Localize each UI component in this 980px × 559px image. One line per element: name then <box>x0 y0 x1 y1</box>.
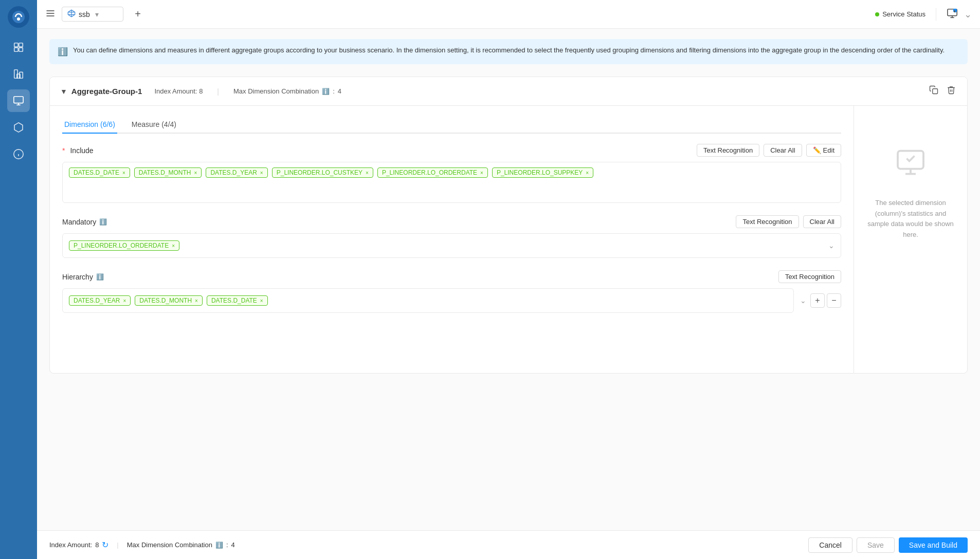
app-logo[interactable] <box>8 6 29 28</box>
tag-hierarchy-d-year[interactable]: DATES.D_YEAR × <box>69 295 131 306</box>
tab-measure[interactable]: Measure (4/4) <box>130 116 178 134</box>
project-selector[interactable]: ssb ▾ <box>62 7 123 22</box>
hierarchy-text-recognition-button[interactable]: Text Recognition <box>778 270 841 283</box>
topbar: ssb ▾ + Service Status ● ⌄ <box>37 0 980 29</box>
tag-close-p-lineorder-lo-suppkey[interactable]: × <box>586 170 589 176</box>
mandatory-section-header: Mandatory ℹ️ Text Recognition Clear All <box>62 215 841 228</box>
tag-close-mandatory-lo-orderdate[interactable]: × <box>172 243 175 249</box>
agg-name: Aggregate-Group-1 <box>71 87 142 96</box>
tag-hierarchy-d-date[interactable]: DATES.D_DATE × <box>207 295 268 306</box>
agg-copy-button[interactable] <box>928 84 939 98</box>
footer-max-dim-info-icon[interactable]: ℹ️ <box>215 542 223 549</box>
tag-mandatory-lo-orderdate[interactable]: P_LINEORDER.LO_ORDERDATE × <box>69 240 179 251</box>
svg-marker-12 <box>14 123 23 132</box>
include-tag-container: DATES.D_DATE × DATES.D_MONTH × DATES.D_Y… <box>62 162 841 203</box>
agg-toggle-icon[interactable]: ▼ <box>60 87 67 96</box>
topbar-divider <box>936 8 936 21</box>
mandatory-info-icon[interactable]: ℹ️ <box>99 218 107 226</box>
svg-rect-4 <box>14 48 18 51</box>
agg-card-header: ▼ Aggregate-Group-1 Index Amount: 8 | Ma… <box>50 77 967 106</box>
footer-refresh-icon[interactable]: ↻ <box>102 540 108 550</box>
agg-card-main: Dimension (6/6) Measure (4/4) * <box>50 106 854 373</box>
service-status-label: Service Status <box>882 10 925 18</box>
svg-point-1 <box>17 17 20 21</box>
svg-rect-9 <box>14 97 23 103</box>
mandatory-clear-all-button[interactable]: Clear All <box>803 215 841 228</box>
add-button[interactable]: + <box>130 6 146 23</box>
main-area: ssb ▾ + Service Status ● ⌄ ℹ️ You can de… <box>37 0 980 559</box>
include-section-header: * Include Text Recognition Clear All ✏️ … <box>62 144 841 157</box>
sidebar-item-info[interactable] <box>7 143 30 165</box>
topbar-expand-icon[interactable]: ⌄ <box>964 9 972 20</box>
tag-close-dates-d-year[interactable]: × <box>260 170 263 176</box>
info-banner-text: You can define dimensions and measures i… <box>73 45 945 55</box>
svg-rect-2 <box>14 43 18 47</box>
cancel-button[interactable]: Cancel <box>808 537 852 553</box>
monitor-icon[interactable]: ● <box>947 8 958 21</box>
sidebar-item-analytics[interactable] <box>7 63 30 85</box>
tag-p-lineorder-lo-suppkey[interactable]: P_LINEORDER.LO_SUPPKEY × <box>492 167 593 178</box>
footer-index-amount: Index Amount: 8 ↻ <box>49 540 108 550</box>
hierarchy-collapse-icon[interactable]: ⌄ <box>800 296 806 305</box>
tag-dates-d-year[interactable]: DATES.D_YEAR × <box>206 167 267 178</box>
footer-actions: Cancel Save Save and Build <box>808 537 968 553</box>
tag-close-dates-d-date[interactable]: × <box>122 170 125 176</box>
mandatory-label: Mandatory ℹ️ <box>62 218 107 226</box>
svg-rect-3 <box>19 43 23 47</box>
side-panel-text: The selected dimension (column)'s statis… <box>864 198 957 240</box>
hierarchy-tags-container: DATES.D_YEAR × DATES.D_MONTH × DATES.D_D… <box>62 288 794 313</box>
project-name: ssb <box>79 10 90 18</box>
save-and-build-button[interactable]: Save and Build <box>899 537 968 553</box>
agg-card-body: Dimension (6/6) Measure (4/4) * <box>50 106 967 373</box>
mandatory-container: P_LINEORDER.LO_ORDERDATE × ⌄ <box>62 233 841 258</box>
sidebar-item-monitor[interactable] <box>7 89 30 112</box>
hierarchy-row: DATES.D_YEAR × DATES.D_MONTH × DATES.D_D… <box>62 288 841 313</box>
agg-max-dim: Max Dimension Combination ℹ️ : 4 <box>233 87 341 95</box>
content-area: ℹ️ You can define dimensions and measure… <box>37 29 980 530</box>
agg-delete-button[interactable] <box>946 84 957 98</box>
sidebar <box>0 0 37 559</box>
info-banner-icon: ℹ️ <box>58 46 68 58</box>
tag-close-hierarchy-d-year[interactable]: × <box>123 298 126 304</box>
hierarchy-section-header: Hierarchy ℹ️ Text Recognition <box>62 270 841 283</box>
tab-dimension[interactable]: Dimension (6/6) <box>62 116 117 134</box>
include-edit-button[interactable]: ✏️ Edit <box>806 144 841 157</box>
agg-index-amount: Index Amount: 8 <box>154 87 203 95</box>
svg-point-0 <box>12 11 25 23</box>
hierarchy-add-button[interactable]: + <box>810 293 825 308</box>
tag-p-lineorder-lo-orderdate[interactable]: P_LINEORDER.LO_ORDERDATE × <box>377 167 488 178</box>
agg-side-panel: The selected dimension (column)'s statis… <box>854 106 967 373</box>
tag-hierarchy-d-month[interactable]: DATES.D_MONTH × <box>135 295 203 306</box>
mandatory-text-recognition-button[interactable]: Text Recognition <box>736 215 798 228</box>
sidebar-item-dashboard[interactable] <box>7 36 30 59</box>
svg-rect-5 <box>19 48 23 51</box>
mandatory-section: Mandatory ℹ️ Text Recognition Clear All … <box>62 215 841 258</box>
side-panel-icon <box>895 147 926 190</box>
sidebar-item-hexagon[interactable] <box>7 116 30 139</box>
project-chevron-icon: ▾ <box>95 10 99 18</box>
max-dim-info-icon[interactable]: ℹ️ <box>322 88 330 95</box>
hierarchy-info-icon[interactable]: ℹ️ <box>96 273 104 281</box>
agg-header-actions <box>928 84 957 98</box>
tag-close-p-lineorder-lo-custkey[interactable]: × <box>366 170 369 176</box>
tag-dates-d-month[interactable]: DATES.D_MONTH × <box>134 167 202 178</box>
menu-icon[interactable] <box>45 8 56 20</box>
hierarchy-label: Hierarchy ℹ️ <box>62 273 104 281</box>
mandatory-actions: Text Recognition Clear All <box>736 215 841 228</box>
tag-close-hierarchy-d-date[interactable]: × <box>260 298 263 304</box>
service-status: Service Status <box>875 10 925 18</box>
tag-close-hierarchy-d-month[interactable]: × <box>195 298 198 304</box>
footer: Index Amount: 8 ↻ | Max Dimension Combin… <box>37 530 980 559</box>
tag-dates-d-date[interactable]: DATES.D_DATE × <box>69 167 130 178</box>
include-clear-all-button[interactable]: Clear All <box>764 144 802 157</box>
tag-p-lineorder-lo-custkey[interactable]: P_LINEORDER.LO_CUSTKEY × <box>272 167 373 178</box>
tag-close-p-lineorder-lo-orderdate[interactable]: × <box>480 170 483 176</box>
include-text-recognition-button[interactable]: Text Recognition <box>697 144 759 157</box>
save-button[interactable]: Save <box>857 537 895 553</box>
mandatory-expand-icon[interactable]: ⌄ <box>828 241 834 250</box>
footer-meta-separator: | <box>117 541 118 549</box>
hierarchy-remove-button[interactable]: − <box>827 293 841 308</box>
tag-close-dates-d-month[interactable]: × <box>194 170 197 176</box>
footer-meta: Index Amount: 8 ↻ | Max Dimension Combin… <box>49 540 235 550</box>
include-actions: Text Recognition Clear All ✏️ Edit <box>697 144 841 157</box>
